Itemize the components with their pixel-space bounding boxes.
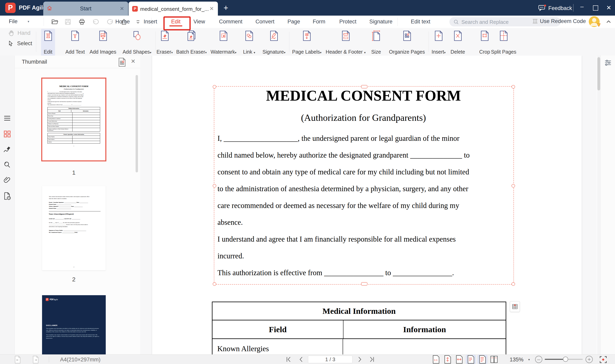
menu-page[interactable]: Page xyxy=(287,19,300,25)
two-page-view-button[interactable] xyxy=(490,355,498,364)
selection-handle-ne[interactable] xyxy=(511,85,515,89)
minimize-button[interactable]: – xyxy=(578,4,586,12)
select-tool[interactable]: Select xyxy=(8,40,32,47)
tool-insert-page[interactable]: Insert▾ xyxy=(429,29,448,56)
print-icon[interactable] xyxy=(79,18,85,25)
signature-panel-icon[interactable] xyxy=(3,146,11,154)
search-panel-icon[interactable] xyxy=(4,161,11,169)
thumbnail-panel-close-icon[interactable]: ✕ xyxy=(131,58,135,65)
last-page-button[interactable] xyxy=(369,357,375,363)
page-thumbnail-3[interactable]: PPDFAgile DISCLAIMER The templates and i… xyxy=(42,295,106,354)
menu-protect[interactable]: Protect xyxy=(339,19,356,25)
selection-handle-n[interactable] xyxy=(361,85,367,88)
panel-menu-icon[interactable] xyxy=(4,116,11,122)
use-redeem-code-button[interactable]: Use Redeem Code xyxy=(532,18,586,24)
add-images-icon xyxy=(98,30,108,41)
prev-view-icon[interactable] xyxy=(14,356,21,364)
menu-form[interactable]: Form xyxy=(313,19,325,25)
table-row: Known Allergies xyxy=(212,339,506,354)
tool-eraser[interactable]: Eraser▾ xyxy=(154,29,175,56)
attachments-panel-icon[interactable] xyxy=(4,176,11,184)
fit-height-button[interactable] xyxy=(444,355,452,364)
thumbnail-scrollbar[interactable] xyxy=(136,75,138,172)
next-page-button[interactable] xyxy=(357,357,363,363)
thumb2-line: My Commission Expires: _________________… xyxy=(49,231,100,234)
avatar[interactable] xyxy=(589,16,600,27)
selection-handle-se[interactable] xyxy=(511,282,515,286)
maximize-button[interactable] xyxy=(591,4,600,12)
zoom-out-button[interactable]: – xyxy=(535,356,542,363)
tool-batch-eraser[interactable]: Batch Eraser▾ xyxy=(174,29,209,56)
crop-icon xyxy=(480,30,489,41)
selection-handle-s[interactable] xyxy=(361,282,367,286)
fit-width-button[interactable] xyxy=(455,355,463,364)
table-edit-button[interactable] xyxy=(510,301,520,312)
menu-convert[interactable]: Convert xyxy=(255,19,275,25)
zoom-slider-track[interactable] xyxy=(545,359,566,360)
continuous-scroll-view-button[interactable] xyxy=(478,355,487,364)
menu-view[interactable]: View xyxy=(194,19,205,25)
tool-page-labels[interactable]: Page Labels▾ xyxy=(290,29,324,56)
tab-document[interactable]: P medical_consent_form_for_... ✕ xyxy=(128,2,218,16)
thumbnail-layout-icon[interactable] xyxy=(118,58,126,68)
page-indicator[interactable]: 1 / 3 xyxy=(308,356,352,363)
tool-size[interactable]: Size xyxy=(369,29,383,56)
tool-link[interactable]: Link ▾ xyxy=(241,29,258,56)
page-thumbnail-2[interactable]: This consent form should be taken with t… xyxy=(42,186,106,270)
tool-delete-page[interactable]: Delete xyxy=(448,29,467,56)
prev-page-button[interactable] xyxy=(298,357,304,363)
zoom-slider-handle[interactable] xyxy=(563,357,568,362)
tool-watermark[interactable]: Watermark▾ xyxy=(208,29,239,56)
first-page-button[interactable] xyxy=(286,357,292,363)
properties-panel-icon[interactable] xyxy=(604,59,612,67)
tab-start-close-icon[interactable]: ✕ xyxy=(119,5,125,12)
menu-comment[interactable]: Comment xyxy=(219,19,242,25)
fullscreen-button[interactable] xyxy=(599,356,607,364)
tool-organize-pages[interactable]: Organize Pages xyxy=(387,29,427,56)
menu-insert[interactable]: Insert xyxy=(144,19,157,25)
tool-add-shapes[interactable]: Add Shapes▾ xyxy=(120,29,154,56)
menu-file[interactable]: File xyxy=(9,18,18,25)
tool-split-pages[interactable]: Split Pages xyxy=(489,29,519,56)
tool-add-text[interactable]: T Add Text xyxy=(63,29,87,56)
selection-handle-nw[interactable] xyxy=(213,85,216,89)
next-view-icon[interactable] xyxy=(32,356,39,364)
toolbar-divider xyxy=(289,32,289,52)
menu-signature[interactable]: Signature xyxy=(369,19,392,25)
actual-size-button[interactable]: 1:1 xyxy=(432,355,440,364)
customize-quickbar-icon[interactable] xyxy=(135,18,141,25)
single-page-view-button[interactable] xyxy=(467,355,475,364)
menu-edit-text[interactable]: Edit text xyxy=(411,19,430,25)
tab-start[interactable]: Start ✕ xyxy=(43,2,128,16)
close-button[interactable]: ✕ xyxy=(604,4,613,12)
canvas-scrollbar[interactable] xyxy=(597,57,600,91)
open-file-icon[interactable] xyxy=(51,18,58,25)
eraser-icon xyxy=(160,30,169,41)
thumb-body-line: to the administration of anesthesia dete… xyxy=(47,96,100,97)
tool-edit[interactable]: Edit xyxy=(41,29,55,56)
selection-handle-w[interactable] xyxy=(213,184,216,188)
file-caret-icon[interactable]: ▾ xyxy=(28,20,29,23)
zoom-level[interactable]: 135% xyxy=(510,357,523,363)
page-thumbnail-1[interactable]: MEDICAL CONSENT FORM (Authorization for … xyxy=(41,78,106,161)
selection-handle-sw[interactable] xyxy=(213,282,216,286)
selection-handle-e[interactable] xyxy=(511,184,515,188)
thumb2-line: Signature of Notary Public: ____________… xyxy=(49,229,100,231)
tool-signature[interactable]: Signature▾ xyxy=(260,29,288,56)
tool-add-images[interactable]: Add Images xyxy=(87,29,119,56)
link-icon xyxy=(245,30,254,41)
tab-document-close-icon[interactable]: ✕ xyxy=(208,5,215,12)
new-tab-button[interactable]: + xyxy=(222,4,230,13)
collapse-toolbar-icon[interactable] xyxy=(605,19,612,25)
zoom-dropdown-caret-icon[interactable]: ▾ xyxy=(528,358,530,361)
menu-home[interactable]: Home xyxy=(115,19,130,25)
thumb2-line: This consent form should be taken with t… xyxy=(49,195,100,198)
zoom-in-button[interactable]: + xyxy=(586,356,593,363)
text-block-selection[interactable] xyxy=(214,86,514,285)
titlebar: P PDF Agile Start ✕ P medical_consent_fo… xyxy=(0,0,615,16)
medical-information-table[interactable]: Medical Information Field Information Kn… xyxy=(212,302,506,354)
tool-header-footer[interactable]: Header & Footer ▾ xyxy=(323,29,368,56)
history-panel-icon[interactable] xyxy=(3,192,11,201)
feedback-button[interactable]: Feedback xyxy=(538,4,572,12)
thumbnail-panel-icon[interactable] xyxy=(4,130,11,138)
